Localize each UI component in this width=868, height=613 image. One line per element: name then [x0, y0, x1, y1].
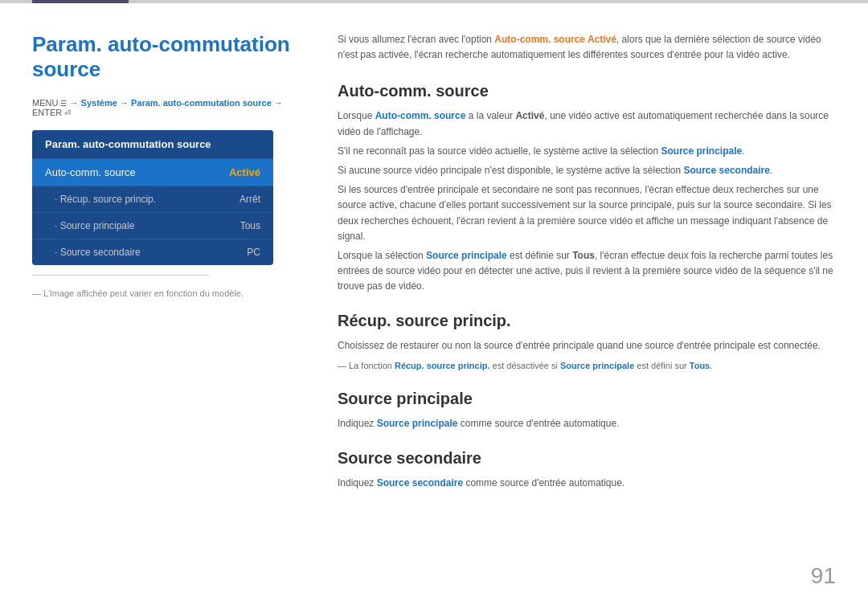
text-sp-inline: Source principale [377, 418, 458, 429]
intro-text: Si vous allumez l'écran avec l'option Au… [338, 32, 836, 63]
section-recup-note: La fonction Récup. source princip. est d… [338, 359, 836, 373]
widget-row-source-secondaire[interactable]: · Source secondaire PC [32, 239, 273, 265]
section-source-principale-body: Indiquez Source principale comme source … [338, 416, 836, 431]
top-accent-line [32, 0, 129, 3]
section-source-principale: Source principale Indiquez Source princi… [338, 390, 836, 431]
menu-path: MENU ☰ → Système → Param. auto-commutati… [32, 98, 305, 117]
widget-row-source-principale-value: Tous [240, 220, 260, 231]
divider [32, 275, 209, 276]
widget-row-auto-comm-value: Activé [229, 166, 260, 178]
left-column: Param. auto-commutation source MENU ☰ → … [32, 32, 305, 298]
widget-row-recup-value: Arrêt [240, 194, 260, 205]
widget-row-auto-comm-label: Auto-comm. source [45, 166, 136, 178]
section-auto-comm-body: Lorsque Auto-comm. source a la valeur Ac… [338, 108, 836, 294]
image-note: L'image affichée peut varier en fonction… [32, 288, 305, 298]
widget-row-source-principale-label: · Source principale [55, 220, 134, 231]
text-source-secondaire-1: Source secondaire [684, 165, 770, 176]
section-source-secondaire-title: Source secondaire [338, 449, 836, 468]
page-number: 91 [811, 563, 836, 589]
section-source-secondaire: Source secondaire Indiquez Source second… [338, 449, 836, 491]
text-ss-inline: Source secondaire [377, 477, 463, 488]
section-recup: Récup. source princip. Choisissez de res… [338, 312, 836, 372]
widget-row-auto-comm[interactable]: Auto-comm. source Activé [32, 159, 273, 186]
widget-row-recup[interactable]: · Récup. source princip. Arrêt [32, 186, 273, 213]
ui-widget: Param. auto-commutation source Auto-comm… [32, 130, 273, 265]
widget-row-recup-label: · Récup. source princip. [55, 194, 156, 205]
section-auto-comm-title: Auto-comm. source [338, 82, 836, 100]
widget-row-source-principale[interactable]: · Source principale Tous [32, 213, 273, 239]
widget-row-source-secondaire-value: PC [247, 247, 260, 258]
top-decorative-line [0, 0, 868, 3]
text-source-principale-1: Source principale [661, 145, 743, 157]
menu-path-param: Param. auto-commutation source [131, 98, 272, 108]
section-auto-comm: Auto-comm. source Lorsque Auto-comm. sou… [338, 82, 836, 294]
text-auto-comm-1: Auto-comm. source [375, 110, 466, 121]
menu-path-text: MENU [32, 98, 60, 108]
text-source-principale-2: Source principale [426, 250, 507, 261]
section-recup-title: Récup. source princip. [338, 312, 836, 330]
section-source-principale-title: Source principale [338, 390, 836, 408]
widget-title: Param. auto-commutation source [32, 130, 273, 159]
right-column: Si vous allumez l'écran avec l'option Au… [338, 32, 836, 509]
page-title: Param. auto-commutation source [32, 32, 305, 82]
section-source-secondaire-body: Indiquez Source secondaire comme source … [338, 476, 836, 491]
widget-row-source-secondaire-label: · Source secondaire [55, 247, 141, 258]
section-recup-body: Choisissez de restaurer ou non la source… [338, 338, 836, 353]
intro-highlight-option: Auto-comm. source Activé [494, 34, 616, 45]
menu-path-system: Système [81, 98, 117, 108]
